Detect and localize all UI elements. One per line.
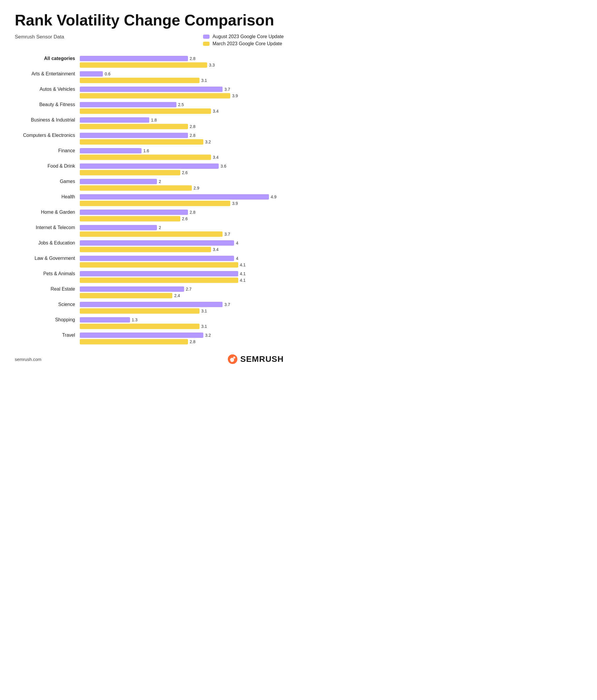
bar-group-purple: Arts & Entertainment0.6 xyxy=(15,71,284,77)
bar-line-yellow: 3.9 xyxy=(80,200,284,207)
legend: August 2023 Google Core Update March 202… xyxy=(203,34,284,46)
bar-container-purple: 1.8 xyxy=(80,117,284,123)
bar-value-purple: 3.7 xyxy=(224,302,230,307)
bar-line-yellow: 4.1 xyxy=(80,277,284,283)
bar-group-yellow: 3.4 xyxy=(15,246,284,253)
bar-container-yellow: 3.1 xyxy=(80,77,284,84)
bar-container-yellow: 3.2 xyxy=(80,139,284,145)
bar-group-purple: Computers & Electronics2.8 xyxy=(15,132,284,139)
bar-line-yellow: 3.4 xyxy=(80,246,284,253)
bar-value-purple: 2 xyxy=(159,225,161,230)
legend-yellow-label: March 2023 Google Core Update xyxy=(212,41,282,46)
bar-container-yellow: 2.4 xyxy=(80,292,284,299)
bar-purple xyxy=(80,240,234,246)
bar-purple xyxy=(80,302,223,307)
bar-yellow xyxy=(80,62,207,68)
bar-value-purple: 1.3 xyxy=(132,318,137,322)
chart-row: Beauty & Fitness2.53.4 xyxy=(15,101,284,115)
legend-yellow-dot xyxy=(203,42,210,46)
bar-container-yellow: 3.9 xyxy=(80,200,284,207)
bar-value-purple: 3.2 xyxy=(205,333,211,338)
bar-container-purple: 2.5 xyxy=(80,101,284,108)
bar-yellow xyxy=(80,216,180,221)
chart-row: Pets & Animals4.14.1 xyxy=(15,271,284,283)
category-label: Beauty & Fitness xyxy=(15,102,80,107)
bar-purple xyxy=(80,71,103,77)
bar-line-purple: 3.6 xyxy=(80,163,284,169)
bar-value-yellow: 3.4 xyxy=(213,109,218,114)
bar-value-purple: 2.5 xyxy=(178,102,184,107)
bar-purple xyxy=(80,133,188,138)
bar-purple xyxy=(80,194,269,200)
bar-group-yellow: 4.1 xyxy=(15,277,284,283)
page-title: Rank Volatility Change Comparison xyxy=(15,12,284,29)
category-label: Real Estate xyxy=(15,286,80,292)
bar-container-purple: 2.8 xyxy=(80,209,284,216)
bar-line-purple: 1.8 xyxy=(80,117,284,123)
bar-line-yellow: 4.1 xyxy=(80,261,284,268)
bar-container-yellow: 2.8 xyxy=(80,339,284,345)
legend-purple-label: August 2023 Google Core Update xyxy=(212,34,284,39)
bar-yellow xyxy=(80,93,230,98)
bar-group-purple: Finance1.6 xyxy=(15,148,284,154)
bar-value-yellow: 3.9 xyxy=(232,93,238,98)
bar-container-purple: 3.6 xyxy=(80,163,284,169)
category-label: Autos & Vehicles xyxy=(15,86,80,92)
semrush-brand: SEMRUSH xyxy=(240,354,284,364)
bar-group-yellow: 2.6 xyxy=(15,169,284,176)
bar-value-yellow: 3.1 xyxy=(201,78,207,83)
chart-row: Law & Government44.1 xyxy=(15,255,284,268)
bar-container-yellow: 2.6 xyxy=(80,169,284,176)
bar-line-purple: 2.7 xyxy=(80,286,284,292)
bar-value-yellow: 2.8 xyxy=(190,124,196,129)
bar-yellow xyxy=(80,324,200,329)
bar-value-yellow: 2.4 xyxy=(174,293,180,298)
category-label: Pets & Animals xyxy=(15,271,80,276)
bar-line-purple: 3.2 xyxy=(80,332,284,339)
bar-line-yellow: 2.8 xyxy=(80,339,284,345)
chart-row: Business & Industrial1.82.8 xyxy=(15,117,284,130)
bar-value-purple: 1.6 xyxy=(143,148,149,153)
chart-row: Computers & Electronics2.83.2 xyxy=(15,132,284,145)
bar-value-purple: 1.8 xyxy=(151,118,157,122)
bar-yellow xyxy=(80,124,188,129)
bar-container-purple: 3.7 xyxy=(80,86,284,93)
bar-container-yellow: 3.4 xyxy=(80,108,284,115)
bar-yellow xyxy=(80,278,238,283)
bar-line-yellow: 3.2 xyxy=(80,139,284,145)
bar-line-yellow: 2.9 xyxy=(80,185,284,191)
bar-group-yellow: 3.2 xyxy=(15,139,284,145)
bar-purple xyxy=(80,148,141,153)
bar-value-purple: 2.8 xyxy=(190,56,196,61)
category-label: Travel xyxy=(15,332,80,338)
category-label: Finance xyxy=(15,148,80,153)
bar-purple xyxy=(80,317,130,323)
svg-point-1 xyxy=(233,356,235,358)
chart-row: Games22.9 xyxy=(15,178,284,191)
bar-value-purple: 3.7 xyxy=(224,87,230,92)
bar-group-purple: Science3.7 xyxy=(15,301,284,308)
bar-group-purple: Business & Industrial1.8 xyxy=(15,117,284,123)
legend-purple: August 2023 Google Core Update xyxy=(203,34,284,39)
bar-container-purple: 4 xyxy=(80,240,284,246)
bar-line-yellow: 3.9 xyxy=(80,93,284,99)
bar-value-yellow: 3.9 xyxy=(232,201,238,206)
bar-container-yellow: 4.1 xyxy=(80,277,284,283)
footer: semrush.com SEMRUSH xyxy=(15,354,284,365)
bar-container-purple: 2.7 xyxy=(80,286,284,292)
category-label: Science xyxy=(15,302,80,307)
bar-container-purple: 1.6 xyxy=(80,148,284,154)
bar-value-yellow: 3.3 xyxy=(209,63,214,68)
semrush-logo: SEMRUSH xyxy=(227,354,284,365)
bar-container-yellow: 3.3 xyxy=(80,62,284,68)
bar-container-purple: 4.9 xyxy=(80,194,284,200)
bar-value-yellow: 2.8 xyxy=(190,339,196,344)
bar-purple xyxy=(80,286,184,292)
bar-value-purple: 4.9 xyxy=(271,195,276,199)
chart-row: Internet & Telecom23.7 xyxy=(15,224,284,238)
bar-line-purple: 2.8 xyxy=(80,132,284,139)
bar-purple xyxy=(80,56,188,61)
category-label: Internet & Telecom xyxy=(15,225,80,230)
bar-yellow xyxy=(80,293,172,298)
bar-line-purple: 4.9 xyxy=(80,194,284,200)
